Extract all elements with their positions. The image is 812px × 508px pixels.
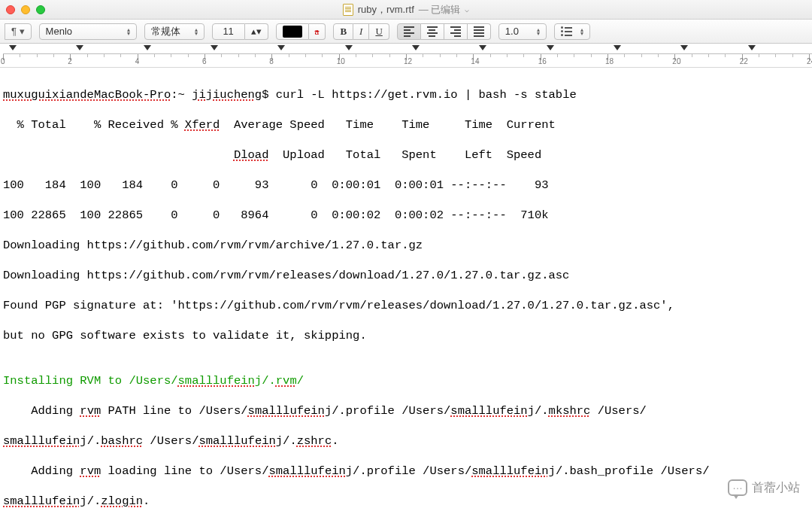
italic-button[interactable]: I xyxy=(353,23,369,40)
ruler-label: 14 xyxy=(471,57,479,65)
tab-stop-icon[interactable] xyxy=(76,45,83,50)
watermark: 首蓿小站 xyxy=(728,479,800,496)
ruler-label: 18 xyxy=(605,57,614,65)
updown-icon: ▴▾ xyxy=(537,28,540,35)
text-line: % Total % Received % Xferd Average Speed… xyxy=(3,117,809,132)
color-swatch-icon xyxy=(283,26,302,38)
paragraph-style-button[interactable]: ¶ ▾ xyxy=(5,23,32,40)
tab-stop-icon[interactable] xyxy=(345,45,353,50)
watermark-text: 首蓿小站 xyxy=(752,480,800,496)
wechat-icon xyxy=(728,479,747,496)
ruler-label: 2 xyxy=(68,57,72,65)
ruler-label: 12 xyxy=(404,57,412,65)
ruler-label: 0 xyxy=(1,57,5,65)
text-line: 100 184 100 184 0 0 93 0 0:00:01 0:00:01… xyxy=(3,178,809,193)
text-color-group: a xyxy=(276,23,326,40)
text-line: Found PGP signature at: 'https://github.… xyxy=(3,298,809,313)
list-style-select[interactable]: ▴▾ xyxy=(554,23,590,40)
document-filename: ruby，rvm.rtf xyxy=(358,3,414,17)
list-icon xyxy=(561,26,572,36)
titlebar: ruby，rvm.rtf — 已编辑 ⌵ xyxy=(0,0,812,20)
tab-stop-icon[interactable] xyxy=(614,45,621,50)
tab-stop-icon[interactable] xyxy=(479,45,486,50)
text-line: Downloading https://github.com/rvm/rvm/a… xyxy=(3,238,809,253)
tab-stop-icon[interactable] xyxy=(9,45,17,50)
ruler[interactable]: 024681012141618202224 xyxy=(0,44,812,68)
font-family-select[interactable]: Menlo ▴▾ xyxy=(39,23,137,40)
text-line: Dload Upload Total Spent Left Speed xyxy=(3,148,809,163)
ruler-label: 10 xyxy=(337,57,345,65)
font-family-value: Menlo xyxy=(46,26,72,37)
font-size-stepper[interactable]: ▴▾ xyxy=(245,23,268,40)
window-controls xyxy=(6,5,45,14)
minimize-window-button[interactable] xyxy=(21,5,30,14)
tab-stop-icon[interactable] xyxy=(680,45,688,50)
ruler-label: 22 xyxy=(740,57,748,65)
font-size-input[interactable]: 11 xyxy=(212,23,245,40)
tab-stop-icon[interactable] xyxy=(547,45,554,50)
text-line: Installing RVM to /Users/smalllufeinj/.r… xyxy=(3,373,809,388)
window-title: ruby，rvm.rtf — 已编辑 ⌵ xyxy=(0,3,812,17)
highlight-button[interactable]: a xyxy=(309,23,326,40)
updown-icon: ▴▾ xyxy=(127,28,130,35)
line-spacing-select[interactable]: 1.0 ▴▾ xyxy=(498,23,547,40)
text-line: smalllufeinj/.zlogin. xyxy=(3,494,809,508)
paragraph-direction-group: ¶ ▾ xyxy=(5,23,32,40)
ruler-label: 20 xyxy=(672,57,680,65)
font-size-group: 11 ▴▾ xyxy=(212,23,268,40)
tab-stop-icon[interactable] xyxy=(144,45,151,50)
text-line: Adding rvm PATH line to /Users/smalllufe… xyxy=(3,403,809,418)
ruler-label: 16 xyxy=(538,57,547,65)
document-body[interactable]: muxuguixiandeMacBook-Pro:~ jijiucheng$ c… xyxy=(0,68,812,508)
bold-button[interactable]: B xyxy=(333,23,353,40)
updown-icon: ▴▾ xyxy=(195,28,198,35)
zoom-window-button[interactable] xyxy=(36,5,45,14)
line-spacing-value: 1.0 xyxy=(505,26,519,37)
ruler-label: 6 xyxy=(202,57,207,65)
font-style-select[interactable]: 常规体 ▴▾ xyxy=(144,23,205,40)
font-style-value: 常规体 xyxy=(151,25,180,38)
text-line: but no GPG software exists to validate i… xyxy=(3,328,809,343)
alignment-group xyxy=(397,23,491,40)
emphasis-group: B I U xyxy=(333,23,389,40)
align-center-button[interactable] xyxy=(421,23,444,40)
ruler-label: 24 xyxy=(807,57,812,65)
text-line: muxuguixiandeMacBook-Pro:~ jijiucheng$ c… xyxy=(3,87,809,102)
text-line: Downloading https://github.com/rvm/rvm/r… xyxy=(3,268,809,283)
close-window-button[interactable] xyxy=(6,5,15,14)
tab-stop-icon[interactable] xyxy=(277,45,285,50)
document-icon xyxy=(343,4,353,16)
tab-stop-icon[interactable] xyxy=(211,45,218,50)
strike-a-icon: a xyxy=(315,26,320,38)
underline-button[interactable]: U xyxy=(369,23,389,40)
text-color-button[interactable] xyxy=(276,23,309,40)
chevron-down-icon[interactable]: ⌵ xyxy=(465,5,469,14)
text-line: 100 22865 100 22865 0 0 8964 0 0:00:02 0… xyxy=(3,208,809,223)
align-left-button[interactable] xyxy=(397,23,421,40)
tab-stop-icon[interactable] xyxy=(412,45,420,50)
text-line: Adding rvm loading line to /Users/smalll… xyxy=(3,464,809,479)
tab-stop-icon[interactable] xyxy=(748,45,756,50)
updown-icon: ▴▾ xyxy=(580,28,583,35)
format-toolbar: ¶ ▾ Menlo ▴▾ 常规体 ▴▾ 11 ▴▾ a B I U 1.0 ▴▾… xyxy=(0,20,812,44)
align-right-button[interactable] xyxy=(444,23,468,40)
ruler-label: 8 xyxy=(269,57,274,65)
text-line: smalllufeinj/.bashrc /Users/smalllufeinj… xyxy=(3,433,809,449)
ruler-label: 4 xyxy=(135,57,140,65)
align-justify-button[interactable] xyxy=(468,23,491,40)
document-edited-label: — 已编辑 xyxy=(419,3,461,17)
